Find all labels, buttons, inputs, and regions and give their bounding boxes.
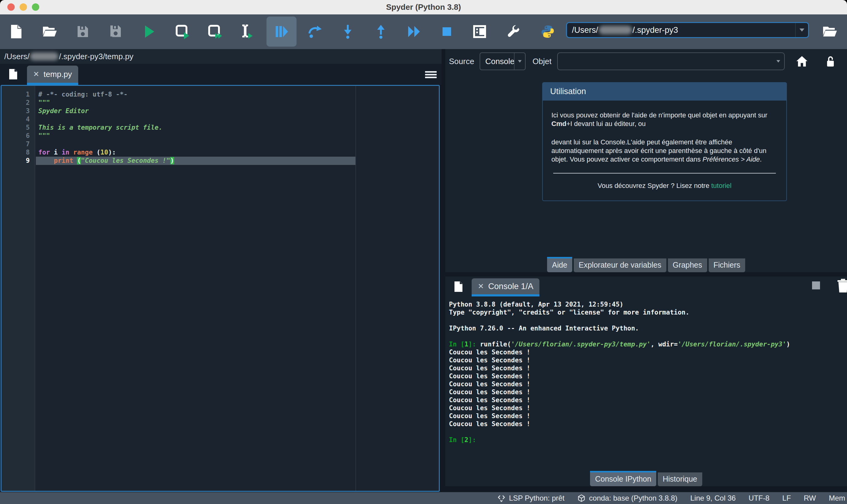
statusbar: LSP Python: prêtconda: base (Python 3.8.…	[0, 492, 847, 504]
interrupt-kernel-button[interactable]	[812, 282, 820, 289]
console-line: Coucou les Secondes !	[449, 356, 846, 364]
stop-button[interactable]	[441, 26, 452, 37]
browse-tabs-button[interactable]	[8, 68, 18, 80]
conda-status: conda: base (Python 3.8.8)	[577, 494, 678, 502]
console-line: Coucou les Secondes !	[449, 372, 846, 380]
editor-tab-temp-py[interactable]: ✕ temp.py	[27, 66, 78, 83]
step-out-button[interactable]	[376, 24, 386, 39]
tab-graphes[interactable]: Graphes	[668, 258, 707, 272]
help-paragraph: Ici vous pouvez obtenir de l'aide de n'i…	[552, 111, 778, 128]
remove-console-button[interactable]	[836, 278, 847, 293]
code-area[interactable]: # -*- coding: utf-8 -*-"""Spyder EditorT…	[36, 90, 439, 165]
debug-icon	[274, 35, 289, 39]
titlebar: Spyder (Python 3.8)	[0, 0, 847, 14]
console-output[interactable]: Python 3.8.8 (default, Apr 13 2021, 12:5…	[449, 301, 846, 444]
tutorial-link[interactable]: tutoriel	[711, 182, 732, 190]
help-card-body: Ici vous pouvez obtenir de l'aide de n'i…	[542, 101, 787, 201]
main-toolbar: /Users//.spyder-py3	[0, 14, 847, 49]
spyder-window: Spyder (Python 3.8) /Users//.spyder-py3 …	[0, 0, 847, 504]
line-number: 2	[2, 99, 35, 107]
help-object-combobox[interactable]	[557, 52, 785, 70]
code-line: This is a temporary script file.	[36, 124, 439, 132]
chevron-down-icon	[518, 60, 522, 62]
help-home-button[interactable]	[796, 55, 808, 67]
run-cell-advance-button[interactable]	[207, 24, 223, 39]
browse-working-directory-button[interactable]	[823, 25, 837, 38]
console-line: Coucou les Secondes !	[449, 388, 846, 396]
working-directory-suffix: /.spyder-py3	[633, 25, 678, 35]
tab-aide[interactable]: Aide	[547, 257, 572, 272]
cursor-position: Line 9, Col 36	[690, 494, 736, 502]
code-line	[36, 140, 439, 148]
code-editor[interactable]: 123456789 # -*- coding: utf-8 -*-"""Spyd…	[1, 85, 440, 492]
save-all-button[interactable]	[109, 24, 123, 39]
console-tab-1a[interactable]: ✕ Console 1/A	[472, 278, 539, 294]
console-tab-label: Console 1/A	[488, 282, 533, 291]
code-line	[36, 115, 439, 124]
browse-tabs-button[interactable]	[453, 281, 464, 292]
maximize-pane-button[interactable]	[473, 25, 486, 38]
save-all-icon	[109, 35, 123, 40]
line-number: 6	[2, 132, 35, 140]
save-icon	[76, 35, 89, 39]
object-dropdown-arrow[interactable]	[773, 53, 784, 70]
window-title: Spyder (Python 3.8)	[0, 0, 847, 14]
line-number: 8	[2, 148, 35, 157]
step-into-icon	[343, 35, 353, 40]
debug-button[interactable]	[274, 25, 289, 38]
code-line: # -*- coding: utf-8 -*-	[36, 90, 439, 99]
source-dropdown-arrow[interactable]	[514, 53, 525, 70]
step-over-button[interactable]	[308, 25, 322, 38]
source-value: Console	[485, 57, 514, 66]
run-selection-button[interactable]	[240, 24, 254, 39]
tab-historique[interactable]: Historique	[658, 472, 702, 486]
eol-status: LF	[782, 494, 791, 502]
run-cell-icon	[175, 36, 190, 40]
package-icon	[577, 494, 585, 502]
new-file-button[interactable]	[10, 24, 23, 39]
help-card-title: Utilisation	[542, 82, 787, 101]
close-icon[interactable]: ✕	[478, 282, 484, 291]
tab-fichiers[interactable]: Fichiers	[709, 258, 745, 272]
preferences-button[interactable]	[507, 25, 520, 38]
help-pane: Source Console Objet Utilisation Ici vou…	[445, 49, 847, 272]
help-lock-button[interactable]	[826, 55, 835, 68]
working-directory-dropdown-arrow[interactable]	[795, 23, 808, 37]
code-line: """	[36, 99, 439, 107]
help-usage-card: Utilisation Ici vous pouvez obtenir de l…	[542, 82, 787, 201]
console-line	[449, 428, 846, 436]
line-number: 4	[2, 115, 35, 124]
open-folder-icon	[42, 34, 57, 39]
console-line: Coucou les Secondes !	[449, 420, 846, 428]
run-cell-button[interactable]	[175, 24, 190, 39]
line-number: 3	[2, 107, 35, 115]
code-line: Spyder Editor	[36, 107, 439, 115]
working-directory-combobox[interactable]: /Users//.spyder-py3	[566, 22, 809, 38]
console-line: In [1]: runfile('/Users/florian/.spyder-…	[449, 340, 846, 348]
editor-options-menu-button[interactable]	[425, 70, 437, 79]
help-bottom-tabs: AideExplorateur de variablesGraphesFichi…	[445, 257, 847, 272]
run-cell-advance-icon	[207, 36, 223, 40]
tab-explorateur-de-variables[interactable]: Explorateur de variables	[574, 258, 666, 272]
python-interpreter-button[interactable]	[541, 24, 555, 39]
new-file-icon	[10, 35, 23, 40]
editor-tab-label: temp.py	[43, 70, 72, 79]
console-line: Coucou les Secondes !	[449, 412, 846, 420]
continue-execution-button[interactable]	[407, 25, 421, 38]
step-out-icon	[376, 35, 386, 40]
tab-console-ipython[interactable]: Console IPython	[590, 471, 656, 486]
console-line: Coucou les Secondes !	[449, 404, 846, 412]
page-icon	[8, 76, 18, 81]
close-icon[interactable]: ✕	[33, 70, 39, 78]
readwrite-status: RW	[804, 494, 816, 502]
help-header: Source Console Objet	[445, 52, 847, 71]
open-file-button[interactable]	[42, 25, 57, 38]
run-button[interactable]	[144, 25, 156, 38]
step-into-button[interactable]	[343, 24, 353, 39]
ipython-console-pane: ✕ Console 1/A Python 3.8.8 (default, Apr…	[445, 276, 847, 486]
save-button[interactable]	[76, 25, 89, 38]
line-number: 9	[2, 157, 35, 165]
help-source-dropdown[interactable]: Console	[480, 52, 526, 70]
memory-status: Mem	[829, 494, 845, 502]
home-icon	[796, 64, 808, 68]
